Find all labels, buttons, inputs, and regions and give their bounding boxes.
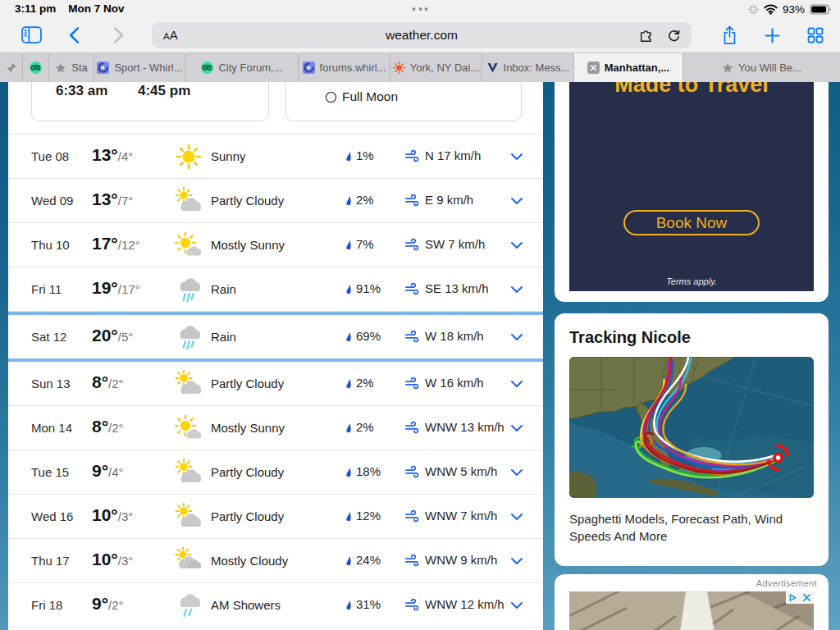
high-temp: 9°	[92, 594, 108, 614]
expand-chevron-icon[interactable]	[510, 513, 523, 521]
wind-label: WNW 9 km/h	[425, 553, 497, 567]
expand-chevron-icon[interactable]	[510, 424, 523, 432]
card-title: Tracking Nicole	[569, 328, 691, 347]
share-button[interactable]	[722, 25, 737, 45]
temperature: 20°/5°	[92, 326, 133, 345]
adchoices-icon[interactable]	[786, 591, 800, 604]
forecast-row[interactable]: Fri 11 19°/17° Rain 91% SE 13 km/h	[8, 267, 543, 312]
tab-title: City Forum,...	[218, 62, 282, 74]
url-text: weather.com	[152, 28, 692, 43]
tab-favicon	[587, 62, 600, 74]
droplet-icon	[343, 598, 353, 611]
browser-tab[interactable]	[23, 53, 49, 82]
precip-percent: 18%	[356, 464, 381, 478]
high-temp: 8°	[92, 372, 108, 392]
droplet-icon	[343, 149, 353, 162]
tracking-nicole-card[interactable]: Tracking Nicole	[555, 313, 829, 566]
forecast-row[interactable]: Sat 12 20°/5° Rain 69% W 18 km/h	[8, 312, 543, 362]
temperature: 9°/4°	[92, 461, 124, 481]
browser-tab[interactable]: York, NY Dai...	[390, 53, 482, 82]
browser-tab[interactable]: forums.whirl...	[299, 53, 390, 82]
book-now-button[interactable]: Book Now	[623, 210, 760, 235]
wind-label: WNW 13 km/h	[425, 420, 504, 434]
multitasking-dots-icon	[413, 7, 428, 11]
droplet-icon	[343, 282, 353, 295]
low-temp: /12°	[118, 238, 140, 252]
browser-tab[interactable]: Manhattan,...	[574, 53, 683, 82]
expand-chevron-icon[interactable]	[510, 285, 523, 294]
ad-image[interactable]	[569, 591, 814, 630]
high-temp: 10°	[92, 505, 118, 525]
forecast-row[interactable]: Wed 09 13°/7° Partly Cloudy 2% E 9 km/h	[8, 179, 543, 223]
expand-chevron-icon[interactable]	[510, 380, 523, 388]
browser-tab[interactable]: City Forum,...	[186, 53, 299, 82]
expand-chevron-icon[interactable]	[510, 557, 523, 565]
tab-bar: Sta Sport - Whirl... City Forum,... foru…	[0, 52, 840, 82]
forecast-row[interactable]: Thu 17 10°/3° Mostly Cloudy 24% WNW 9 km…	[8, 539, 543, 583]
new-tab-button[interactable]	[765, 28, 780, 43]
expand-chevron-icon[interactable]	[510, 153, 523, 161]
wind: W 18 km/h	[404, 329, 484, 343]
forward-button[interactable]	[113, 26, 124, 44]
address-bar[interactable]: AA weather.com	[152, 22, 692, 48]
high-temp: 13°	[92, 145, 118, 165]
bottom-ad-card: Advertisement	[555, 574, 829, 630]
status-date: Mon 7 Nov	[68, 2, 124, 15]
browser-tab[interactable]: Sport - Whirl...	[94, 53, 186, 82]
reload-button[interactable]	[667, 29, 681, 43]
toolbar-right	[722, 25, 824, 45]
condition-label: Partly Cloudy	[211, 509, 284, 523]
precip-percent: 31%	[356, 597, 381, 611]
forecast-day: Thu 10	[31, 238, 70, 252]
expand-chevron-icon[interactable]	[510, 333, 523, 341]
tab-title: Sport - Whirl...	[114, 62, 182, 74]
low-temp: /3°	[118, 509, 134, 523]
precipitation: 1%	[343, 148, 374, 162]
advertisement-label: Advertisement	[756, 578, 817, 588]
sidebar-toggle-button[interactable]	[21, 26, 42, 43]
moon-phase-label: Full Moon	[342, 89, 398, 104]
forecast-row[interactable]: Wed 16 10°/3° Partly Cloudy 12% WNW 7 km…	[8, 495, 543, 539]
low-temp: /17°	[118, 282, 140, 296]
extensions-button[interactable]	[639, 28, 654, 43]
forecast-row[interactable]: Sun 13 8°/2° Partly Cloudy 2% W 16 km/h	[8, 362, 543, 406]
condition-label: Sunny	[211, 149, 246, 163]
forecast-row[interactable]: Fri 18 9°/2° AM Showers 31% WNW 12 km/h	[8, 583, 543, 628]
droplet-icon	[343, 377, 353, 390]
back-button[interactable]	[69, 26, 80, 44]
precipitation: 7%	[343, 237, 374, 251]
wind-label: W 18 km/h	[425, 329, 484, 343]
precip-percent: 2%	[356, 376, 374, 390]
temperature: 19°/17°	[92, 278, 140, 298]
browser-tab[interactable]: Sta	[49, 53, 94, 82]
low-temp: /4°	[108, 465, 124, 479]
battery-percent: 93%	[783, 3, 805, 16]
ad-disclaimer: Terms apply.	[569, 276, 814, 286]
expand-chevron-icon[interactable]	[510, 601, 523, 609]
browser-tab[interactable]	[0, 53, 23, 82]
condition-label: AM Showers	[211, 598, 281, 612]
expand-chevron-icon[interactable]	[510, 241, 523, 249]
forecast-row[interactable]: Thu 10 17°/12° Mostly Sunny 7% SW 7 km/h	[8, 223, 543, 267]
browser-tab[interactable]: Inbox: Mess...	[482, 53, 574, 82]
forecast-day: Sat 12	[31, 330, 66, 344]
expand-chevron-icon[interactable]	[510, 468, 523, 477]
droplet-icon	[343, 421, 353, 434]
tab-overview-button[interactable]	[807, 27, 824, 43]
travel-ad[interactable]: Made to Travel Book Now Terms apply.	[569, 82, 814, 291]
forecast-row[interactable]: Mon 14 8°/2° Mostly Sunny 2% WNW 13 km/h	[8, 406, 543, 450]
forecast-row[interactable]: Tue 15 9°/4° Partly Cloudy 18% WNW 5 km/…	[8, 450, 543, 495]
precip-percent: 1%	[356, 148, 374, 162]
low-temp: /3°	[118, 554, 134, 568]
browser-tab[interactable]: You Will Be...	[683, 53, 840, 82]
wind: N 17 km/h	[404, 148, 481, 162]
high-temp: 8°	[92, 417, 108, 436]
high-temp: 17°	[92, 234, 118, 253]
expand-chevron-icon[interactable]	[510, 197, 523, 205]
tab-favicon	[97, 62, 109, 74]
ad-close-icon[interactable]	[800, 591, 814, 604]
precipitation: 2%	[343, 193, 374, 207]
forecast-row[interactable]: Tue 08 13°/4° Sunny 1% N 17 km/h	[8, 135, 543, 179]
tab-favicon	[486, 62, 499, 74]
droplet-icon	[343, 238, 353, 251]
